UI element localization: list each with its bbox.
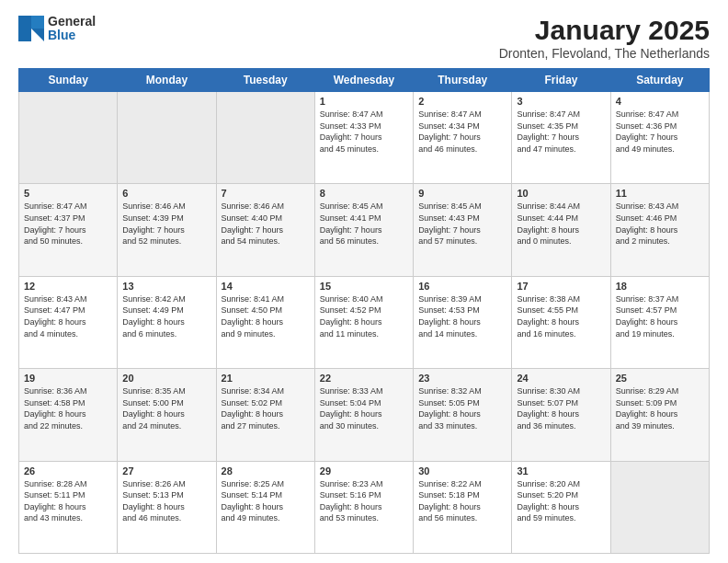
calendar-cell — [610, 461, 709, 553]
day-number: 8 — [320, 188, 408, 199]
calendar-cell: 28Sunrise: 8:25 AM Sunset: 5:14 PM Dayli… — [216, 461, 314, 553]
day-number: 9 — [418, 188, 506, 199]
logo-general: General — [48, 15, 96, 29]
calendar-cell: 30Sunrise: 8:22 AM Sunset: 5:18 PM Dayli… — [414, 461, 512, 553]
location: Dronten, Flevoland, The Netherlands — [499, 46, 710, 61]
calendar: SundayMondayTuesdayWednesdayThursdayFrid… — [18, 68, 710, 554]
day-number: 27 — [122, 465, 210, 477]
day-info: Sunrise: 8:44 AM Sunset: 4:44 PM Dayligh… — [517, 201, 605, 247]
calendar-cell: 25Sunrise: 8:29 AM Sunset: 5:09 PM Dayli… — [610, 369, 709, 461]
calendar-cell: 21Sunrise: 8:34 AM Sunset: 5:02 PM Dayli… — [216, 369, 314, 461]
weekday-header-saturday: Saturday — [610, 69, 709, 92]
calendar-cell: 22Sunrise: 8:33 AM Sunset: 5:04 PM Dayli… — [314, 369, 413, 461]
header: General Blue January 2025 Dronten, Flevo… — [18, 15, 710, 61]
weekday-header-wednesday: Wednesday — [314, 69, 413, 92]
day-number: 15 — [320, 281, 408, 292]
weekday-header-row: SundayMondayTuesdayWednesdayThursdayFrid… — [19, 69, 710, 92]
calendar-cell: 24Sunrise: 8:30 AM Sunset: 5:07 PM Dayli… — [512, 369, 610, 461]
weekday-header-sunday: Sunday — [19, 69, 118, 92]
week-row-2: 5Sunrise: 8:47 AM Sunset: 4:37 PM Daylig… — [19, 184, 710, 276]
weekday-header-monday: Monday — [118, 69, 216, 92]
day-info: Sunrise: 8:33 AM Sunset: 5:04 PM Dayligh… — [320, 385, 408, 431]
day-number: 10 — [517, 188, 605, 199]
calendar-cell: 20Sunrise: 8:35 AM Sunset: 5:00 PM Dayli… — [118, 369, 216, 461]
day-info: Sunrise: 8:41 AM Sunset: 4:50 PM Dayligh… — [222, 293, 310, 339]
day-number: 12 — [24, 281, 112, 292]
weekday-header-tuesday: Tuesday — [216, 69, 314, 92]
day-info: Sunrise: 8:47 AM Sunset: 4:37 PM Dayligh… — [24, 201, 112, 247]
day-number: 30 — [418, 465, 506, 477]
day-number: 24 — [517, 373, 605, 384]
month-title: January 2025 — [499, 15, 710, 46]
day-info: Sunrise: 8:47 AM Sunset: 4:35 PM Dayligh… — [517, 109, 605, 155]
calendar-cell: 26Sunrise: 8:28 AM Sunset: 5:11 PM Dayli… — [19, 461, 118, 553]
day-info: Sunrise: 8:43 AM Sunset: 4:47 PM Dayligh… — [24, 293, 112, 339]
day-info: Sunrise: 8:32 AM Sunset: 5:05 PM Dayligh… — [418, 385, 506, 431]
day-info: Sunrise: 8:30 AM Sunset: 5:07 PM Dayligh… — [517, 385, 605, 431]
calendar-cell: 13Sunrise: 8:42 AM Sunset: 4:49 PM Dayli… — [118, 276, 216, 368]
calendar-cell: 8Sunrise: 8:45 AM Sunset: 4:41 PM Daylig… — [314, 184, 413, 276]
day-info: Sunrise: 8:38 AM Sunset: 4:55 PM Dayligh… — [517, 293, 605, 339]
calendar-cell — [19, 92, 118, 184]
day-number: 6 — [122, 188, 210, 199]
day-info: Sunrise: 8:40 AM Sunset: 4:52 PM Dayligh… — [320, 293, 408, 339]
day-info: Sunrise: 8:37 AM Sunset: 4:57 PM Dayligh… — [616, 293, 704, 339]
day-info: Sunrise: 8:20 AM Sunset: 5:20 PM Dayligh… — [517, 478, 605, 524]
day-number: 21 — [222, 373, 310, 384]
calendar-cell: 16Sunrise: 8:39 AM Sunset: 4:53 PM Dayli… — [414, 276, 512, 368]
calendar-cell — [118, 92, 216, 184]
day-number: 4 — [616, 96, 704, 107]
logo-icon — [18, 16, 44, 41]
calendar-cell: 2Sunrise: 8:47 AM Sunset: 4:34 PM Daylig… — [414, 92, 512, 184]
week-row-1: 1Sunrise: 8:47 AM Sunset: 4:33 PM Daylig… — [19, 92, 710, 184]
calendar-cell — [216, 92, 314, 184]
weekday-header-thursday: Thursday — [414, 69, 512, 92]
calendar-cell: 5Sunrise: 8:47 AM Sunset: 4:37 PM Daylig… — [19, 184, 118, 276]
day-number: 20 — [122, 373, 210, 384]
day-info: Sunrise: 8:34 AM Sunset: 5:02 PM Dayligh… — [222, 385, 310, 431]
day-info: Sunrise: 8:47 AM Sunset: 4:36 PM Dayligh… — [616, 109, 704, 155]
calendar-cell: 18Sunrise: 8:37 AM Sunset: 4:57 PM Dayli… — [610, 276, 709, 368]
day-number: 7 — [222, 188, 310, 199]
day-info: Sunrise: 8:25 AM Sunset: 5:14 PM Dayligh… — [222, 478, 310, 524]
day-number: 17 — [517, 281, 605, 292]
calendar-cell: 23Sunrise: 8:32 AM Sunset: 5:05 PM Dayli… — [414, 369, 512, 461]
day-number: 23 — [418, 373, 506, 384]
calendar-cell: 4Sunrise: 8:47 AM Sunset: 4:36 PM Daylig… — [610, 92, 709, 184]
day-number: 16 — [418, 281, 506, 292]
day-info: Sunrise: 8:36 AM Sunset: 4:58 PM Dayligh… — [24, 385, 112, 431]
calendar-cell: 17Sunrise: 8:38 AM Sunset: 4:55 PM Dayli… — [512, 276, 610, 368]
day-info: Sunrise: 8:47 AM Sunset: 4:33 PM Dayligh… — [320, 109, 408, 155]
week-row-5: 26Sunrise: 8:28 AM Sunset: 5:11 PM Dayli… — [19, 461, 710, 553]
day-number: 22 — [320, 373, 408, 384]
svg-rect-0 — [18, 16, 31, 41]
day-number: 2 — [418, 96, 506, 107]
day-number: 29 — [320, 465, 408, 477]
day-info: Sunrise: 8:28 AM Sunset: 5:11 PM Dayligh… — [24, 478, 112, 524]
day-info: Sunrise: 8:45 AM Sunset: 4:41 PM Dayligh… — [320, 201, 408, 247]
day-number: 1 — [320, 96, 408, 107]
day-info: Sunrise: 8:26 AM Sunset: 5:13 PM Dayligh… — [122, 478, 210, 524]
calendar-cell: 3Sunrise: 8:47 AM Sunset: 4:35 PM Daylig… — [512, 92, 610, 184]
day-info: Sunrise: 8:29 AM Sunset: 5:09 PM Dayligh… — [616, 385, 704, 431]
day-info: Sunrise: 8:45 AM Sunset: 4:43 PM Dayligh… — [418, 201, 506, 247]
calendar-cell: 27Sunrise: 8:26 AM Sunset: 5:13 PM Dayli… — [118, 461, 216, 553]
day-number: 19 — [24, 373, 112, 384]
calendar-cell: 15Sunrise: 8:40 AM Sunset: 4:52 PM Dayli… — [314, 276, 413, 368]
day-info: Sunrise: 8:23 AM Sunset: 5:16 PM Dayligh… — [320, 478, 408, 524]
week-row-3: 12Sunrise: 8:43 AM Sunset: 4:47 PM Dayli… — [19, 276, 710, 368]
calendar-cell: 11Sunrise: 8:43 AM Sunset: 4:46 PM Dayli… — [610, 184, 709, 276]
page: General Blue January 2025 Dronten, Flevo… — [0, 0, 728, 563]
calendar-cell: 6Sunrise: 8:46 AM Sunset: 4:39 PM Daylig… — [118, 184, 216, 276]
day-number: 26 — [24, 465, 112, 477]
day-number: 11 — [616, 188, 704, 199]
day-number: 18 — [616, 281, 704, 292]
logo-blue: Blue — [48, 29, 96, 42]
day-info: Sunrise: 8:22 AM Sunset: 5:18 PM Dayligh… — [418, 478, 506, 524]
day-info: Sunrise: 8:46 AM Sunset: 4:40 PM Dayligh… — [222, 201, 310, 247]
calendar-cell: 10Sunrise: 8:44 AM Sunset: 4:44 PM Dayli… — [512, 184, 610, 276]
day-number: 5 — [24, 188, 112, 199]
day-number: 25 — [616, 373, 704, 384]
calendar-cell: 9Sunrise: 8:45 AM Sunset: 4:43 PM Daylig… — [414, 184, 512, 276]
calendar-cell: 31Sunrise: 8:20 AM Sunset: 5:20 PM Dayli… — [512, 461, 610, 553]
